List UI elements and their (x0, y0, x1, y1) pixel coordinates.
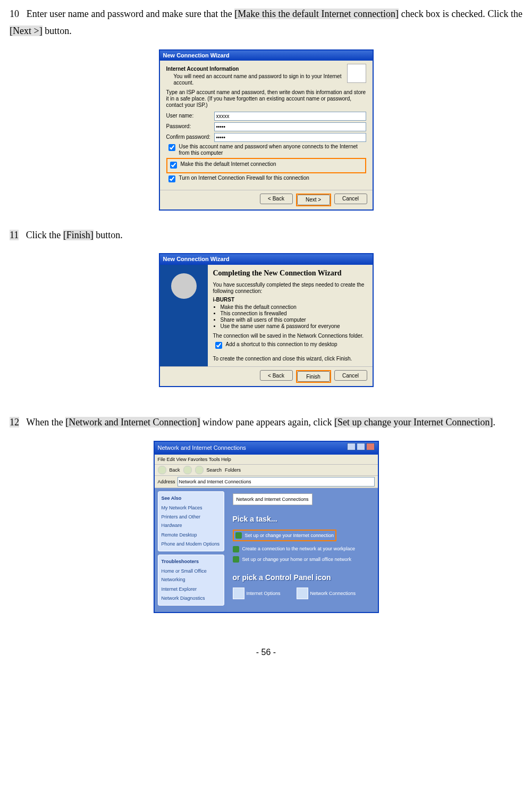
pick-task-heading: Pick a task... (233, 513, 373, 526)
back-button[interactable]: < Back (260, 370, 293, 381)
cp-content-area: Network and Internet Connections Pick a … (227, 488, 378, 612)
hl-network-internet-connection: [Network and Internet Connection] (65, 417, 200, 427)
connection-name: i-BURST (213, 297, 367, 303)
cp-title: Network and Internet Connections (158, 443, 246, 454)
checkbox-add-shortcut[interactable] (215, 342, 222, 349)
cancel-button[interactable]: Cancel (334, 194, 367, 204)
page-number: - 56 - (10, 645, 522, 660)
step-10-text: 10 Enter user name and password and make… (10, 5, 522, 40)
troubleshooter-link[interactable]: Internet Explorer (162, 585, 221, 593)
task-create-workplace-connection[interactable]: Create a connection to the network at yo… (233, 544, 373, 553)
internet-options-icon (233, 588, 244, 599)
maximize-icon[interactable] (357, 443, 365, 450)
wizard-complete-heading: Completing the New Connection Wizard (213, 269, 367, 278)
wizard-note: Type an ISP account name and password, t… (166, 89, 366, 108)
cancel-button[interactable]: Cancel (334, 370, 367, 381)
back-button[interactable]: < Back (260, 194, 293, 204)
finish-button[interactable]: Finish (297, 371, 330, 382)
wizard-complete-window: New Connection Wizard Completing the New… (159, 253, 374, 387)
see-also-link[interactable]: Printers and Other Hardware (162, 513, 221, 530)
connection-attributes-list: Make this the default connection This co… (221, 304, 367, 330)
cp-side-panel: See Also My Network Places Printers and … (155, 488, 227, 612)
forward-icon[interactable] (183, 466, 192, 474)
checkbox-make-default[interactable] (170, 162, 177, 169)
task-setup-change-internet[interactable]: Set up or change your Internet connectio… (233, 530, 337, 541)
wizard-account-info-window: New Connection Wizard Internet Account I… (159, 49, 374, 211)
wizard-side-banner (160, 265, 208, 367)
pick-icon-heading: or pick a Control Panel icon (233, 571, 373, 584)
step-11-num: 11 (10, 230, 19, 240)
hl-make-default: [Make this the default Internet connecti… (234, 9, 399, 19)
task-arrow-icon (235, 532, 242, 539)
step-10-num: 10 (10, 9, 19, 19)
see-also-link[interactable]: Phone and Modem Options (162, 540, 221, 548)
hl-finish: [Finish] (63, 230, 94, 240)
troubleshooters-heading: Troubleshooters (162, 557, 221, 566)
cp-toolbar: Back Search Folders (155, 465, 378, 476)
window-title: New Connection Wizard (160, 51, 373, 61)
see-also-heading: See Also (162, 494, 221, 502)
network-connections-icon (297, 588, 308, 599)
input-username[interactable] (214, 112, 366, 121)
step-11-text: 11 Click the [Finish] button. (10, 227, 522, 244)
see-also-link[interactable]: My Network Places (162, 504, 221, 512)
checkbox-firewall[interactable] (168, 175, 175, 182)
next-button[interactable]: Next > (297, 195, 330, 205)
step-12-num: 12 (10, 417, 19, 427)
wizard-icon (171, 273, 197, 299)
cp-breadcrumb: Network and Internet Connections (233, 493, 313, 505)
label-password: Password: (166, 123, 214, 130)
up-icon[interactable] (195, 466, 204, 474)
see-also-link[interactable]: Remote Desktop (162, 531, 221, 539)
hl-setup-change-connection: [Set up change your Internet Connection] (334, 417, 493, 427)
input-confirm-password[interactable] (214, 133, 366, 142)
task-arrow-icon (233, 556, 239, 563)
cp-icon-internet-options[interactable]: Internet Options (233, 588, 281, 599)
wizard-subheader: You will need an account name and passwo… (174, 73, 366, 86)
checkbox-use-account[interactable] (168, 144, 175, 151)
step-12-text: 12 When the [Network and Internet Connec… (10, 414, 522, 431)
close-icon[interactable] (366, 443, 375, 450)
label-username: User name: (166, 113, 214, 119)
address-input[interactable] (178, 477, 375, 487)
wizard-header: Internet Account Information (166, 66, 366, 72)
hl-next: [Next >] (10, 26, 43, 36)
task-setup-home-network[interactable]: Set up or change your home or small offi… (233, 555, 373, 564)
cp-menu-bar[interactable]: File Edit View Favorites Tools Help (155, 455, 378, 465)
address-label: Address (158, 477, 175, 486)
troubleshooter-link[interactable]: Home or Small Office Networking (162, 567, 221, 584)
wizard-flag-icon (347, 64, 366, 83)
window-title: New Connection Wizard (160, 254, 373, 264)
task-arrow-icon (233, 546, 239, 552)
back-icon[interactable] (158, 466, 166, 474)
cp-icon-network-connections[interactable]: Network Connections (297, 588, 356, 599)
input-password[interactable] (214, 122, 366, 131)
label-confirm-password: Confirm password: (166, 134, 214, 140)
control-panel-window: Network and Internet Connections File Ed… (154, 441, 379, 613)
minimize-icon[interactable] (347, 443, 356, 450)
troubleshooter-link[interactable]: Network Diagnostics (162, 594, 221, 602)
